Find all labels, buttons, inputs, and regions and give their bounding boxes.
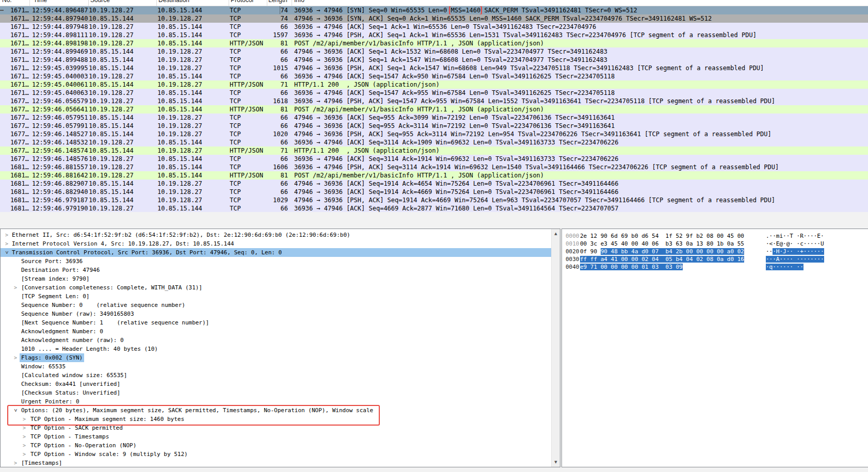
- packet-row[interactable]: 1671…12:59:44.89648710.19.128.2710.85.15…: [0, 6, 868, 14]
- detail-tree-item[interactable]: Destination Port: 47946: [1, 266, 551, 274]
- packet-row[interactable]: 1681…12:59:46.97919010.19.128.2710.85.15…: [0, 204, 868, 213]
- chevron-collapsed-icon[interactable]: >: [21, 450, 27, 459]
- detail-tree-item[interactable]: [Stream index: 9790]: [1, 274, 551, 283]
- detail-tree-item[interactable]: Urgent Pointer: 0: [1, 397, 551, 406]
- hex-bytes[interactable]: ff ff a4 41 00 00 02 04 05 b4 04 02 08 0…: [580, 255, 744, 263]
- column-separator[interactable]: [156, 0, 157, 6]
- packet-row[interactable]: 1681…12:59:46.88164210.19.128.2710.85.15…: [0, 171, 868, 180]
- column-header-info[interactable]: Info: [294, 0, 304, 4]
- cell-info: 36936 → 47946 [ACK] Seq=1547 Ack=950 Win…: [294, 72, 868, 80]
- packet-row[interactable]: 1671…12:59:44.89819810.19.128.2710.85.15…: [0, 39, 868, 47]
- detail-tree-item[interactable]: Acknowledgment Number: 0: [1, 327, 551, 336]
- ascii-bytes[interactable]: ·<·E@·@· ·c·····U: [766, 240, 824, 248]
- packet-row[interactable]: 1671…12:59:44.89811110.19.128.2710.85.15…: [0, 31, 868, 39]
- detail-tree-item[interactable]: >Options: (20 bytes), Maximum segment si…: [1, 406, 551, 415]
- cell-no: 1671…: [0, 39, 29, 47]
- chevron-collapsed-icon[interactable]: >: [21, 441, 27, 450]
- packet-row[interactable]: 1671…12:59:45.03999510.85.15.14410.19.12…: [0, 64, 868, 72]
- detail-tree-item[interactable]: >Transmission Control Protocol, Src Port…: [1, 248, 551, 257]
- cell-info: POST /m2/api/member/v1/basicInfo HTTP/1.…: [294, 105, 868, 113]
- hex-bytes[interactable]: e9 71 00 00 00 00 01 03 03 09: [580, 263, 683, 271]
- detail-tree-item[interactable]: 1010 .... = Header Length: 40 bytes (10): [1, 345, 551, 353]
- detail-tree-item[interactable]: >Flags: 0x002 (SYN): [1, 353, 551, 362]
- hex-bytes[interactable]: 0f 90 90 48 bb 4a d0 07 b4 2b 00 00 00 0…: [580, 248, 744, 255]
- chevron-collapsed-icon[interactable]: >: [4, 231, 10, 239]
- detail-tree-item[interactable]: >TCP Option - SACK permitted: [1, 424, 551, 432]
- chevron-expanded-icon[interactable]: >: [3, 250, 11, 256]
- column-header-length[interactable]: Length: [268, 0, 287, 4]
- packet-row[interactable]: 1677…12:59:46.05799110.85.15.14410.19.12…: [0, 122, 868, 130]
- packet-row[interactable]: 1671…12:59:44.89794010.85.15.14410.19.12…: [0, 14, 868, 23]
- scroll-up-icon[interactable]: ▲: [552, 230, 560, 238]
- ascii-bytes[interactable]: ···A···· ········: [766, 255, 824, 263]
- column-header-no[interactable]: No.: [2, 0, 12, 4]
- hex-bytes[interactable]: 00 3c e3 45 40 00 40 06 b3 63 0a 13 80 1…: [580, 240, 744, 248]
- detail-tree-item[interactable]: [Calculated window size: 65535]: [1, 371, 551, 380]
- detail-tree-item[interactable]: [Checksum Status: Unverified]: [1, 388, 551, 397]
- packet-row[interactable]: 1677…12:59:46.05664110.19.128.2710.85.15…: [0, 105, 868, 113]
- packet-row[interactable]: 1677…12:59:46.14852710.85.15.14410.19.12…: [0, 130, 868, 138]
- column-header-time[interactable]: Time: [34, 0, 47, 4]
- detail-item-label: Checksum: 0xa441 [unverified]: [21, 380, 120, 388]
- detail-tree-item[interactable]: >TCP Option - Timestamps: [1, 432, 551, 441]
- column-header-destination[interactable]: Destination: [158, 0, 189, 4]
- cell-destination: 10.85.15.144: [157, 171, 229, 180]
- packet-row[interactable]: 1681…12:59:46.88294010.85.15.14410.19.12…: [0, 188, 868, 196]
- column-separator[interactable]: [267, 0, 267, 6]
- ascii-bytes[interactable]: ·q······ ··: [766, 263, 803, 271]
- detail-tree-item[interactable]: >TCP Option - Maximum segment size: 1460…: [1, 415, 551, 424]
- scroll-down-icon[interactable]: ▼: [552, 458, 560, 466]
- ascii-bytes[interactable]: ···H·J·· ·+······: [766, 248, 824, 255]
- packet-row[interactable]: 1671…12:59:44.89794810.19.128.2710.85.15…: [0, 23, 868, 31]
- detail-tree-item[interactable]: Source Port: 36936: [1, 257, 551, 266]
- chevron-collapsed-icon[interactable]: >: [12, 353, 19, 362]
- pane-splitter[interactable]: [0, 212, 868, 229]
- packet-row[interactable]: 1677…12:59:46.05657910.19.128.2710.85.15…: [0, 97, 868, 105]
- packet-row[interactable]: 1681…12:59:46.88290710.85.15.14410.19.12…: [0, 180, 868, 188]
- ascii-bytes[interactable]: .··mi··T ·R····E·: [766, 232, 824, 240]
- cell-source: 10.19.128.27: [89, 6, 157, 14]
- packet-row[interactable]: 1681…12:59:46.88155710.19.128.2710.85.15…: [0, 163, 868, 171]
- hex-bytes[interactable]: 2e 12 90 6d 69 b0 d6 54 1f 52 9f b2 08 0…: [580, 232, 744, 240]
- detail-scrollbar[interactable]: ▲ ▼: [551, 229, 560, 467]
- packet-row[interactable]: 1671…12:59:45.04006310.19.128.2710.85.15…: [0, 89, 868, 97]
- packet-row[interactable]: 1677…12:59:46.14857610.19.128.2710.85.15…: [0, 155, 868, 163]
- detail-tree-item[interactable]: >[Conversation completeness: Complete, W…: [1, 283, 551, 292]
- chevron-collapsed-icon[interactable]: >: [12, 459, 19, 467]
- packet-row[interactable]: 1671…12:59:44.89948810.85.15.14410.19.12…: [0, 56, 868, 64]
- detail-tree-item[interactable]: >Ethernet II, Src: d6:54:1f:52:9f:b2 (d6…: [1, 231, 551, 239]
- column-header-protocol[interactable]: Protocol: [231, 0, 253, 4]
- detail-tree-item[interactable]: >Internet Protocol Version 4, Src: 10.19…: [1, 239, 551, 248]
- chevron-collapsed-icon[interactable]: >: [21, 432, 27, 441]
- detail-tree-item[interactable]: Sequence Number: 0 (relative sequence nu…: [1, 301, 551, 310]
- column-separator[interactable]: [88, 0, 89, 6]
- detail-tree-item[interactable]: Window: 65535: [1, 362, 551, 371]
- packet-row[interactable]: 1671…12:59:44.89946910.85.15.14410.19.12…: [0, 47, 868, 56]
- column-separator[interactable]: [229, 0, 229, 6]
- packet-row[interactable]: 1677…12:59:46.14857410.85.15.14410.19.12…: [0, 147, 868, 155]
- detail-tree-item[interactable]: Checksum: 0xa441 [unverified]: [1, 380, 551, 388]
- detail-tree-item[interactable]: Acknowledgment number (raw): 0: [1, 336, 551, 345]
- chevron-collapsed-icon[interactable]: >: [21, 415, 27, 424]
- chevron-collapsed-icon[interactable]: >: [12, 283, 19, 292]
- detail-tree-item[interactable]: >[Timestamps]: [1, 459, 551, 467]
- column-header-source[interactable]: Source: [90, 0, 110, 4]
- chevron-expanded-icon[interactable]: >: [11, 408, 20, 414]
- cell-length: 74: [255, 14, 288, 23]
- detail-tree-item[interactable]: Sequence Number (raw): 3490165803: [1, 310, 551, 318]
- column-separator[interactable]: [29, 0, 30, 6]
- packet-row[interactable]: 1671…12:59:45.04006110.85.15.14410.19.12…: [0, 80, 868, 89]
- detail-tree-item[interactable]: >TCP Option - No-Operation (NOP): [1, 441, 551, 450]
- packet-row[interactable]: 1677…12:59:46.05795110.85.15.14410.19.12…: [0, 113, 868, 122]
- packet-row[interactable]: 1677…12:59:46.14853210.19.128.2710.85.15…: [0, 138, 868, 147]
- chevron-collapsed-icon[interactable]: >: [21, 424, 27, 432]
- column-separator[interactable]: [292, 0, 292, 6]
- detail-tree-item[interactable]: >TCP Option - Window scale: 9 (multiply …: [1, 450, 551, 459]
- detail-tree-item[interactable]: [TCP Segment Len: 0]: [1, 292, 551, 301]
- packet-row[interactable]: 1671…12:59:45.04000310.19.128.2710.85.15…: [0, 72, 868, 80]
- cell-source: 10.19.128.27: [89, 97, 157, 105]
- packet-row[interactable]: 1681…12:59:46.97918710.85.15.14410.19.12…: [0, 196, 868, 204]
- detail-tree-item[interactable]: [Next Sequence Number: 1 (relative seque…: [1, 318, 551, 327]
- detail-item-label: [Checksum Status: Unverified]: [21, 388, 120, 397]
- chevron-collapsed-icon[interactable]: >: [4, 239, 10, 248]
